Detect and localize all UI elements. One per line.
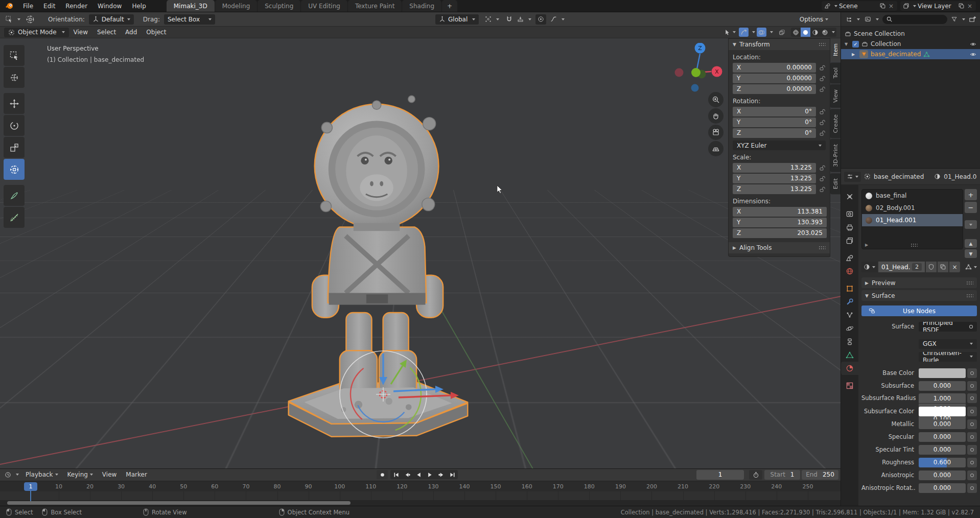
navigation-gizmo[interactable]: Z X (673, 43, 730, 99)
material-users-count[interactable]: 2 (912, 263, 922, 271)
anisotropic-rotation-field[interactable]: 0.000 (919, 483, 966, 493)
show-gizmo-toggle[interactable] (739, 28, 749, 37)
shading-solid-button[interactable] (801, 28, 810, 37)
jump-to-start-button[interactable] (390, 470, 402, 479)
subsurface-color-swatch[interactable] (919, 407, 966, 416)
n-panel-tab-view[interactable]: View (830, 84, 841, 108)
transform-panel-header[interactable]: ▼ Transform (729, 39, 830, 50)
n-panel-tab-tool[interactable]: Tool (830, 62, 841, 83)
viewport-menu-view[interactable]: View (69, 29, 92, 36)
lock-icon[interactable] (818, 64, 827, 71)
timeline-menu-keying[interactable]: Keying (63, 471, 97, 478)
hide-in-viewport-eye-icon[interactable] (970, 41, 976, 48)
socket-button[interactable] (967, 419, 977, 429)
tool-annotate[interactable] (4, 185, 25, 206)
frame-end-field[interactable]: End250 (802, 470, 838, 480)
socket-button[interactable] (967, 483, 977, 493)
rotation-z-field[interactable]: Z0° (733, 128, 816, 138)
preview-panel-header[interactable]: ▶Preview (861, 277, 977, 288)
subsurface-field[interactable]: 0.000 (919, 381, 966, 391)
socket-button[interactable] (967, 458, 977, 467)
workspace-tab-modeling[interactable]: Modeling (215, 0, 258, 12)
selectability-dropdown[interactable] (722, 28, 737, 37)
material-slot-01_Head.001[interactable]: 01_Head.001 (862, 214, 963, 226)
properties-tab-particles[interactable] (841, 309, 858, 322)
menu-help[interactable]: Help (127, 0, 151, 12)
snap-toggle-magnet-icon[interactable] (505, 15, 513, 23)
outliner[interactable]: Scene Collection ▼ ✓ Collection ▶ base_d… (841, 27, 980, 169)
list-filter-toggle[interactable]: ▶ (865, 243, 868, 247)
align-tools-panel-header[interactable]: ▶ Align Tools (729, 242, 830, 253)
properties-tab-object-data[interactable] (841, 348, 858, 362)
metallic-field[interactable]: 0.000 (919, 419, 966, 429)
tool-select-box[interactable] (4, 45, 25, 66)
properties-tab-tool[interactable] (841, 190, 858, 203)
proportional-falloff-dropdown[interactable] (549, 14, 566, 25)
record-button[interactable] (377, 470, 388, 479)
viewport-menu-add[interactable]: Add (121, 29, 142, 36)
disclosure-triangle-icon[interactable]: ▶ (852, 52, 857, 57)
properties-tab-scene[interactable] (841, 251, 858, 265)
surface-shader-field[interactable]: Principled BSDF (919, 322, 977, 332)
outliner-search-input[interactable] (882, 15, 947, 24)
add-slot-button[interactable]: + (965, 189, 977, 200)
socket-button[interactable] (967, 368, 977, 378)
active-tool-selector[interactable] (4, 14, 21, 25)
tool-gizmo-icon[interactable] (26, 15, 35, 24)
axis-y-ball[interactable] (691, 68, 701, 77)
transform-orientation-dropdown[interactable]: Global (435, 14, 479, 25)
specular-field[interactable]: 0.000 (919, 432, 966, 442)
menu-edit[interactable]: Edit (38, 0, 60, 12)
frame-start-field[interactable]: Start1 (764, 470, 800, 480)
scale-z-field[interactable]: Z13.225 (733, 184, 816, 194)
lock-icon[interactable] (818, 130, 827, 136)
material-slot-list[interactable]: base_final02_Body.00101_Head.001 ▶ (861, 189, 963, 249)
mode-dropdown[interactable]: Object Mode (4, 28, 69, 37)
browse-material-dropdown[interactable] (861, 262, 877, 272)
socket-button[interactable] (967, 393, 977, 403)
shading-dropdown[interactable] (830, 28, 836, 37)
slot-specials-dropdown[interactable] (965, 220, 977, 229)
overlays-dropdown[interactable] (770, 31, 773, 33)
editor-type-dropdown[interactable] (3, 469, 20, 480)
tool-transform[interactable] (4, 159, 25, 180)
properties-tab-constraints[interactable] (841, 335, 858, 348)
gizmo-dropdown[interactable] (752, 31, 755, 33)
new-scene-icon[interactable] (879, 3, 886, 9)
outliner-row-scene-collection[interactable]: Scene Collection (841, 29, 980, 39)
lock-icon[interactable] (818, 175, 827, 182)
next-keyframe-button[interactable] (435, 470, 447, 479)
proportional-editing-toggle[interactable] (535, 14, 546, 25)
timeline-menu-playback[interactable]: Playback (21, 471, 62, 478)
dimensions-z-field[interactable]: Z203.025 (733, 228, 827, 238)
subsurface-method-dropdown[interactable]: Christensen-Burle (919, 352, 977, 362)
subsurface-radius-x-field[interactable]: 1.000 (919, 393, 966, 403)
anisotropic-field[interactable]: 0.000 (919, 470, 966, 480)
n-panel-tab-edit[interactable]: Edit (830, 173, 841, 194)
play-button[interactable] (424, 470, 435, 479)
add-workspace-button[interactable]: + (442, 0, 457, 12)
menu-window[interactable]: Window (92, 0, 127, 12)
outliner-scope-dropdown[interactable] (864, 14, 880, 25)
material-slot-02_Body.001[interactable]: 02_Body.001 (862, 202, 963, 214)
use-nodes-button[interactable]: Use Nodes (861, 305, 977, 316)
timeline-ruler[interactable]: 1 10203040506070809010011012013014015016… (0, 481, 841, 492)
outliner-display-mode[interactable] (845, 14, 861, 25)
new-view-layer-icon[interactable] (958, 3, 965, 9)
unlink-scene-icon[interactable]: × (888, 3, 895, 10)
dimensions-y-field[interactable]: Y130.393 (733, 218, 827, 227)
new-collection-icon[interactable] (969, 15, 976, 23)
properties-tab-render[interactable] (841, 207, 858, 221)
socket-button[interactable] (967, 432, 977, 442)
roughness-slider[interactable]: 0.600 (919, 458, 966, 467)
scale-x-field[interactable]: X13.225 (733, 163, 816, 173)
tool-scale[interactable] (4, 137, 25, 158)
remove-slot-button[interactable]: − (965, 202, 977, 213)
n-panel-tab-3d-print[interactable]: 3D-Print (830, 139, 841, 172)
remove-view-layer-icon[interactable]: × (966, 3, 973, 10)
rotation-y-field[interactable]: Y0° (733, 117, 816, 127)
timeline-editor[interactable]: Playback Keying View Marker (0, 468, 841, 506)
workspace-tab-shading[interactable]: Shading (402, 0, 441, 12)
disclosure-triangle-icon[interactable]: ▼ (845, 42, 850, 46)
menu-file[interactable]: File (18, 0, 38, 12)
